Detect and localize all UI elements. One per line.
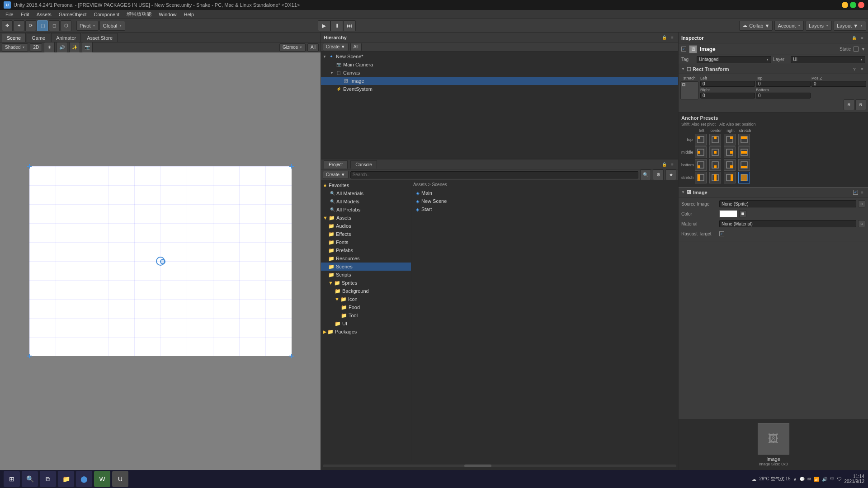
rt-r-btn[interactable]: R [844,99,854,110]
tree-background[interactable]: 📁 Background [321,287,411,295]
corner-handle-br[interactable] [289,354,294,358]
minimize-button[interactable] [842,2,848,8]
global-dropdown[interactable]: Global ▼ [99,21,125,31]
tool-scale[interactable]: ⬚ [37,20,48,31]
tree-resources[interactable]: 📁 Resources [321,254,411,263]
layers-dropdown[interactable]: Layers ▼ [806,21,832,31]
project-star-btn[interactable]: ★ [665,169,676,180]
ap-cell-str-left[interactable] [695,172,707,183]
tree-favorites[interactable]: ★ Favorites [321,181,411,189]
image-enabled-checkbox[interactable] [853,190,858,195]
tab-scene[interactable]: Scene [2,33,26,42]
project-menu-icon[interactable]: ≡ [669,161,675,168]
step-button[interactable]: ⏭ [343,20,356,31]
tree-prefabs[interactable]: 📁 Prefabs [321,246,411,254]
tree-audios[interactable]: 📁 Audios [321,222,411,230]
hierarchy-item-image[interactable]: 🖼 Image [321,77,678,85]
tab-asset-store[interactable]: Asset Store [82,33,118,42]
hierarchy-item-newscene[interactable]: ▼ ✦ New Scene* [321,52,678,61]
hierarchy-item-eventsystem[interactable]: ⚡ EventSystem [321,85,678,93]
ap-cell-bot-stretch[interactable] [738,159,750,171]
menu-window[interactable]: Window [155,10,180,19]
tree-food[interactable]: 📁 Food [321,303,411,311]
rect-transform-section[interactable]: ▼ ⬚ Rect Transform ? ≡ [679,64,868,74]
tree-fonts[interactable]: 📁 Fonts [321,238,411,246]
ap-cell-top-stretch[interactable] [738,134,750,145]
rt-r2-btn[interactable]: R [855,99,866,110]
pause-button[interactable]: ⏸ [330,20,343,31]
rt-bottom-field[interactable]: 0 [756,93,811,99]
taskbar-task-view-btn[interactable]: ⧉ [40,471,56,487]
asset-new-scene[interactable]: ◈ New Scene [413,197,676,205]
tree-assets-root[interactable]: ▼ 📁 Assets [321,214,411,222]
collab-dropdown[interactable]: ☁ Collab ▼ [739,21,773,31]
hierarchy-lock-icon[interactable]: 🔒 [661,34,667,41]
tree-scripts[interactable]: 📁 Scripts [321,271,411,279]
static-checkbox[interactable] [854,47,859,52]
tool-rect[interactable]: ◻ [49,20,60,31]
maximize-button[interactable] [850,2,856,8]
layout-dropdown[interactable]: Layout ▼ ▼ [834,21,866,31]
ic-raycast-checkbox[interactable] [719,231,724,236]
inspector-lock-icon[interactable]: 🔒 [851,35,857,41]
tree-tool[interactable]: 📁 Tool [321,311,411,319]
corner-handle-tr[interactable] [289,164,294,169]
play-button[interactable]: ▶ [318,20,330,31]
hierarchy-all-btn[interactable]: All [350,43,362,51]
taskbar-file-explorer-btn[interactable]: 📁 [58,471,74,487]
tab-animator[interactable]: Animator [51,33,81,42]
taskbar-tray-arrow[interactable]: ∧ [793,477,797,482]
menu-gameobject[interactable]: GameObject [55,10,90,19]
taskbar-chrome-btn[interactable]: ⬤ [76,471,92,487]
hierarchy-create-btn[interactable]: Create ▼ [323,43,349,51]
tree-all-materials[interactable]: 🔍 All Materials [321,189,411,197]
tab-game[interactable]: Game [27,33,50,42]
static-dropdown-icon[interactable]: ▼ [861,47,865,52]
tree-effects[interactable]: 📁 Effects [321,230,411,238]
tab-project[interactable]: Project [324,160,348,169]
tree-scenes[interactable]: 📁 Scenes [321,263,411,271]
pivot-dropdown[interactable]: Pivot ▼ [76,21,99,31]
project-search-btn[interactable]: 🔍 [640,169,651,180]
ap-cell-str-stretch[interactable] [738,172,750,183]
scene-audio-btn[interactable]: 🔊 [57,42,67,53]
ic-color-eyedrop[interactable]: 🔲 [739,210,746,217]
corner-handle-tl[interactable] [27,164,32,169]
tool-transform[interactable]: ⬡ [61,20,71,31]
image-menu-icon[interactable]: ≡ [859,189,865,196]
hierarchy-menu-icon[interactable]: ≡ [669,34,675,41]
anchor-widget[interactable] [680,81,698,99]
ap-cell-mid-left[interactable] [695,146,707,158]
tool-rotate[interactable]: ⟳ [25,20,36,31]
menu-enhanced[interactable]: 增强版功能 [123,10,155,19]
layer-dropdown[interactable]: UI ▼ [791,56,865,63]
ap-cell-bot-right[interactable] [724,159,736,171]
project-scrollbar-thumb[interactable] [464,465,491,467]
ic-color-picker[interactable] [719,210,737,217]
tree-all-models[interactable]: 🔍 All Models [321,197,411,206]
rt-left-field[interactable]: 0 [700,81,755,87]
tree-ui[interactable]: 📁 UI [321,319,411,328]
ap-cell-top-right[interactable] [724,134,736,145]
ap-cell-bot-center[interactable] [709,159,721,171]
project-create-btn[interactable]: Create ▼ [323,171,349,179]
ap-cell-str-center[interactable] [709,172,721,183]
ap-cell-top-left[interactable] [695,134,707,145]
tree-packages[interactable]: ▶ 📁 Packages [321,328,411,336]
close-button[interactable] [858,2,864,8]
taskbar-start-btn[interactable]: ⊞ [4,471,20,487]
taskbar-wechat-btn[interactable]: W [94,471,110,487]
rt-menu-icon[interactable]: ≡ [859,66,865,72]
rt-right-field[interactable]: 0 [700,93,755,99]
project-filter-btn[interactable]: ⚙ [653,169,664,180]
ic-source-picker[interactable]: ⊙ [858,200,865,207]
gizmos-all-dropdown[interactable]: All [307,43,319,52]
asset-main-scene[interactable]: ◈ Main [413,189,676,197]
scene-camera-btn[interactable]: 📷 [82,42,93,53]
tree-all-prefabs[interactable]: 🔍 All Prefabs [321,206,411,214]
account-dropdown[interactable]: Account ▼ [774,21,804,31]
taskbar-unity-btn[interactable]: U [112,471,128,487]
rt-info-icon[interactable]: ? [851,66,858,72]
tree-icon[interactable]: ▼ 📁 Icon [321,295,411,303]
scene-lighting-btn[interactable]: ☀ [44,42,55,53]
